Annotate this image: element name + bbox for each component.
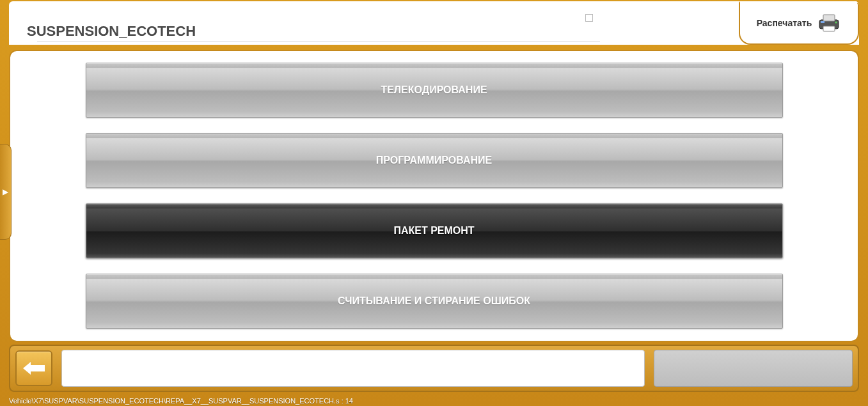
menu-button-read-clear-errors[interactable]: СЧИТЫВАНИЕ И СТИРАНИЕ ОШИБОК — [86, 274, 783, 329]
menu-button-label: ПРОГРАММИРОВАНИЕ — [376, 155, 492, 166]
menu-button-telecoding[interactable]: ТЕЛЕКОДИРОВАНИЕ — [86, 63, 783, 118]
print-button[interactable]: Распечатать — [739, 1, 859, 45]
print-label: Распечатать — [757, 18, 812, 28]
printer-icon — [817, 13, 841, 33]
svg-rect-1 — [823, 15, 835, 21]
header-bar: SUSPENSION_ECOTECH — [9, 1, 859, 45]
svg-rect-2 — [823, 26, 835, 31]
menu-button-repair-package[interactable]: ПАКЕТ РЕМОНТ — [86, 203, 783, 258]
page-title: SUSPENSION_ECOTECH — [27, 23, 196, 40]
title-underline — [37, 41, 600, 42]
menu-button-programming[interactable]: ПРОГРАММИРОВАНИЕ — [86, 133, 783, 188]
main-menu-panel: ТЕЛЕКОДИРОВАНИЕ ПРОГРАММИРОВАНИЕ ПАКЕТ Р… — [9, 50, 859, 342]
bottom-toolbar — [9, 345, 859, 392]
checkbox-small[interactable] — [585, 14, 593, 22]
back-button[interactable] — [15, 350, 52, 386]
menu-button-label: СЧИТЫВАНИЕ И СТИРАНИЕ ОШИБОК — [338, 295, 530, 307]
bottom-aux-panel — [654, 350, 853, 387]
menu-button-label: ТЕЛЕКОДИРОВАНИЕ — [381, 84, 487, 96]
app-window: SUSPENSION_ECOTECH Распечатать ТЕЛЕКОДИР… — [0, 0, 868, 406]
svg-marker-5 — [23, 362, 45, 375]
sidebar-expand-handle[interactable]: ▶ — [0, 144, 12, 240]
svg-rect-4 — [821, 21, 825, 23]
svg-point-3 — [835, 22, 837, 24]
bottom-info-panel — [61, 350, 645, 387]
chevron-right-icon: ▶ — [3, 187, 8, 196]
menu-button-label: ПАКЕТ РЕМОНТ — [393, 225, 474, 237]
status-bar: Vehicle\X7\SUSPVAR\SUSPENSION_ECOTECH\RE… — [9, 397, 859, 405]
